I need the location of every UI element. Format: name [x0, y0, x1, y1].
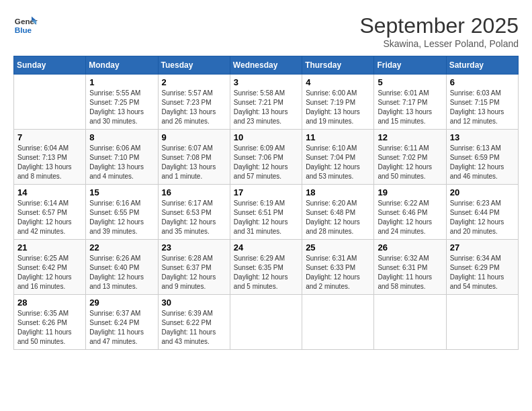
day-info: Sunrise: 6:01 AM Sunset: 7:17 PM Dayligh…	[378, 89, 442, 126]
week-row-3: 14Sunrise: 6:14 AM Sunset: 6:57 PM Dayli…	[14, 185, 519, 240]
day-cell: 4Sunrise: 6:00 AM Sunset: 7:19 PM Daylig…	[302, 75, 374, 130]
day-number: 10	[234, 132, 298, 142]
day-cell: 30Sunrise: 6:39 AM Sunset: 6:22 PM Dayli…	[158, 295, 230, 350]
day-info: Sunrise: 6:09 AM Sunset: 7:06 PM Dayligh…	[234, 144, 298, 181]
week-row-2: 7Sunrise: 6:04 AM Sunset: 7:13 PM Daylig…	[14, 130, 519, 185]
day-info: Sunrise: 6:20 AM Sunset: 6:48 PM Dayligh…	[306, 199, 370, 236]
day-info: Sunrise: 6:39 AM Sunset: 6:22 PM Dayligh…	[162, 309, 226, 347]
column-header-friday: Friday	[374, 56, 446, 75]
column-header-sunday: Sunday	[14, 56, 86, 75]
day-info: Sunrise: 6:04 AM Sunset: 7:13 PM Dayligh…	[17, 144, 82, 181]
day-info: Sunrise: 6:37 AM Sunset: 6:24 PM Dayligh…	[89, 309, 154, 347]
day-number: 11	[306, 132, 370, 142]
day-cell	[14, 75, 86, 130]
day-info: Sunrise: 5:55 AM Sunset: 7:25 PM Dayligh…	[89, 89, 154, 126]
day-number: 29	[89, 298, 154, 308]
day-cell: 11Sunrise: 6:10 AM Sunset: 7:04 PM Dayli…	[302, 130, 374, 185]
column-header-monday: Monday	[86, 56, 158, 75]
calendar-table: SundayMondayTuesdayWednesdayThursdayFrid…	[13, 56, 519, 350]
day-info: Sunrise: 6:06 AM Sunset: 7:10 PM Dayligh…	[89, 144, 154, 181]
day-number: 1	[89, 77, 154, 87]
day-cell: 14Sunrise: 6:14 AM Sunset: 6:57 PM Dayli…	[14, 185, 86, 240]
day-number: 23	[162, 242, 226, 253]
day-info: Sunrise: 6:17 AM Sunset: 6:53 PM Dayligh…	[162, 199, 226, 236]
day-number: 19	[378, 187, 442, 197]
location-title: Skawina, Lesser Poland, Poland	[359, 38, 519, 49]
day-cell: 17Sunrise: 6:19 AM Sunset: 6:51 PM Dayli…	[230, 185, 302, 240]
day-info: Sunrise: 6:31 AM Sunset: 6:33 PM Dayligh…	[306, 254, 370, 291]
day-cell: 8Sunrise: 6:06 AM Sunset: 7:10 PM Daylig…	[86, 130, 158, 185]
day-info: Sunrise: 6:34 AM Sunset: 6:29 PM Dayligh…	[450, 254, 515, 291]
day-cell: 28Sunrise: 6:35 AM Sunset: 6:26 PM Dayli…	[14, 295, 86, 350]
calendar-body: 1Sunrise: 5:55 AM Sunset: 7:25 PM Daylig…	[14, 75, 519, 350]
day-cell: 18Sunrise: 6:20 AM Sunset: 6:48 PM Dayli…	[302, 185, 374, 240]
day-info: Sunrise: 6:00 AM Sunset: 7:19 PM Dayligh…	[306, 89, 370, 126]
day-cell	[302, 295, 374, 350]
svg-text:Blue: Blue	[15, 26, 32, 34]
week-row-5: 28Sunrise: 6:35 AM Sunset: 6:26 PM Dayli…	[14, 295, 519, 350]
day-cell: 3Sunrise: 5:58 AM Sunset: 7:21 PM Daylig…	[230, 75, 302, 130]
day-cell: 29Sunrise: 6:37 AM Sunset: 6:24 PM Dayli…	[86, 295, 158, 350]
day-cell: 2Sunrise: 5:57 AM Sunset: 7:23 PM Daylig…	[158, 75, 230, 130]
day-number: 14	[17, 187, 82, 197]
day-cell: 13Sunrise: 6:13 AM Sunset: 6:59 PM Dayli…	[446, 130, 518, 185]
day-info: Sunrise: 5:57 AM Sunset: 7:23 PM Dayligh…	[162, 89, 226, 126]
day-number: 3	[234, 77, 298, 87]
day-info: Sunrise: 6:32 AM Sunset: 6:31 PM Dayligh…	[378, 254, 442, 291]
day-cell: 10Sunrise: 6:09 AM Sunset: 7:06 PM Dayli…	[230, 130, 302, 185]
month-title: September 2025	[359, 13, 519, 38]
week-row-1: 1Sunrise: 5:55 AM Sunset: 7:25 PM Daylig…	[14, 75, 519, 130]
day-number: 16	[162, 187, 226, 197]
day-number: 13	[450, 132, 515, 142]
day-number: 21	[17, 242, 82, 253]
day-cell: 24Sunrise: 6:29 AM Sunset: 6:35 PM Dayli…	[230, 240, 302, 295]
day-cell: 15Sunrise: 6:16 AM Sunset: 6:55 PM Dayli…	[86, 185, 158, 240]
day-number: 22	[89, 242, 154, 253]
day-number: 26	[378, 242, 442, 253]
day-info: Sunrise: 6:23 AM Sunset: 6:44 PM Dayligh…	[450, 199, 515, 236]
day-number: 7	[17, 132, 82, 142]
day-info: Sunrise: 6:03 AM Sunset: 7:15 PM Dayligh…	[450, 89, 515, 126]
day-cell: 6Sunrise: 6:03 AM Sunset: 7:15 PM Daylig…	[446, 75, 518, 130]
day-info: Sunrise: 6:11 AM Sunset: 7:02 PM Dayligh…	[378, 144, 442, 181]
day-number: 27	[450, 242, 515, 253]
day-cell: 20Sunrise: 6:23 AM Sunset: 6:44 PM Dayli…	[446, 185, 518, 240]
day-info: Sunrise: 6:10 AM Sunset: 7:04 PM Dayligh…	[306, 144, 370, 181]
day-cell	[230, 295, 302, 350]
day-number: 25	[306, 242, 370, 253]
day-cell: 23Sunrise: 6:28 AM Sunset: 6:37 PM Dayli…	[158, 240, 230, 295]
day-cell: 9Sunrise: 6:07 AM Sunset: 7:08 PM Daylig…	[158, 130, 230, 185]
day-info: Sunrise: 6:13 AM Sunset: 6:59 PM Dayligh…	[450, 144, 515, 181]
column-header-thursday: Thursday	[302, 56, 374, 75]
day-cell: 21Sunrise: 6:25 AM Sunset: 6:42 PM Dayli…	[14, 240, 86, 295]
day-number: 18	[306, 187, 370, 197]
day-info: Sunrise: 6:25 AM Sunset: 6:42 PM Dayligh…	[17, 254, 82, 291]
day-cell: 19Sunrise: 6:22 AM Sunset: 6:46 PM Dayli…	[374, 185, 446, 240]
calendar-header: SundayMondayTuesdayWednesdayThursdayFrid…	[14, 56, 519, 75]
day-number: 2	[162, 77, 226, 87]
day-cell	[446, 295, 518, 350]
day-number: 24	[234, 242, 298, 253]
day-number: 6	[450, 77, 515, 87]
column-header-tuesday: Tuesday	[158, 56, 230, 75]
header-row: SundayMondayTuesdayWednesdayThursdayFrid…	[14, 56, 519, 75]
day-cell: 26Sunrise: 6:32 AM Sunset: 6:31 PM Dayli…	[374, 240, 446, 295]
day-cell: 25Sunrise: 6:31 AM Sunset: 6:33 PM Dayli…	[302, 240, 374, 295]
day-cell: 7Sunrise: 6:04 AM Sunset: 7:13 PM Daylig…	[14, 130, 86, 185]
day-cell: 22Sunrise: 6:26 AM Sunset: 6:40 PM Dayli…	[86, 240, 158, 295]
day-number: 15	[89, 187, 154, 197]
day-info: Sunrise: 6:28 AM Sunset: 6:37 PM Dayligh…	[162, 254, 226, 291]
title-area: September 2025 Skawina, Lesser Poland, P…	[359, 13, 519, 49]
day-cell: 1Sunrise: 5:55 AM Sunset: 7:25 PM Daylig…	[86, 75, 158, 130]
day-info: Sunrise: 6:22 AM Sunset: 6:46 PM Dayligh…	[378, 199, 442, 236]
day-info: Sunrise: 6:26 AM Sunset: 6:40 PM Dayligh…	[89, 254, 154, 291]
day-cell	[374, 295, 446, 350]
week-row-4: 21Sunrise: 6:25 AM Sunset: 6:42 PM Dayli…	[14, 240, 519, 295]
day-cell: 5Sunrise: 6:01 AM Sunset: 7:17 PM Daylig…	[374, 75, 446, 130]
day-number: 9	[162, 132, 226, 142]
day-cell: 16Sunrise: 6:17 AM Sunset: 6:53 PM Dayli…	[158, 185, 230, 240]
day-info: Sunrise: 6:35 AM Sunset: 6:26 PM Dayligh…	[17, 309, 82, 347]
day-number: 30	[162, 298, 226, 308]
logo: General Blue	[13, 13, 38, 38]
day-info: Sunrise: 6:14 AM Sunset: 6:57 PM Dayligh…	[17, 199, 82, 236]
